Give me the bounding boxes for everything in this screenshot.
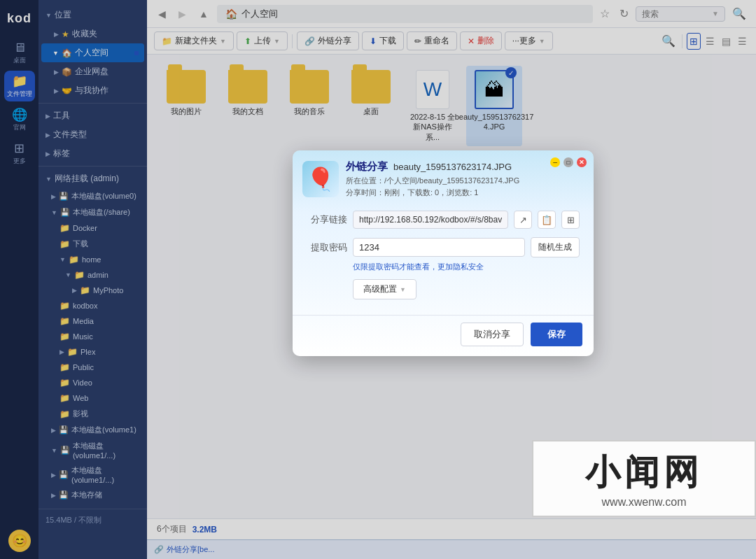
- password-input[interactable]: [353, 238, 525, 257]
- dialog-titlebar: 🎈 外链分享 beauty_1595137623174.JPG 所在位置：/个人…: [293, 150, 594, 204]
- dialog-location: 所在位置：/个人空间/beauty_1595137623174.JPG: [346, 176, 584, 186]
- watermark-url: www.xwenw.com: [602, 496, 687, 509]
- dialog-minimize-button[interactable]: ─: [550, 157, 560, 167]
- advanced-config-button[interactable]: 高级配置 ▼: [353, 279, 416, 299]
- watermark-text: 小闻网: [585, 449, 703, 496]
- watermark: 小闻网 www.xwenw.com: [532, 440, 756, 517]
- qrcode-button[interactable]: ⊞: [561, 211, 580, 229]
- save-button[interactable]: 保存: [531, 323, 582, 346]
- dialog-share-info: 分享时间：刚刚，下载数: 0，浏览数: 1: [346, 187, 584, 198]
- copy-link-button[interactable]: 📋: [538, 211, 556, 229]
- advanced-config-row: 高级配置 ▼: [353, 279, 580, 299]
- advanced-config-arrow: ▼: [400, 286, 406, 293]
- dialog-body: 分享链接 ↗ 📋 ⊞ 提取密码 随机生成 仅限提取密码才能查看，更加隐私安全 高…: [293, 204, 594, 315]
- dialog-maximize-button[interactable]: □: [564, 157, 573, 167]
- advanced-config-label: 高级配置: [363, 283, 397, 295]
- open-link-button[interactable]: ↗: [514, 211, 532, 229]
- password-row: 提取密码 随机生成: [307, 237, 580, 257]
- dialog-footer: 取消分享 保存: [293, 315, 594, 356]
- pwd-hint: 仅限提取密码才能查看，更加隐私安全: [353, 262, 580, 272]
- dialog-file-thumb: 🎈: [302, 161, 339, 197]
- cancel-share-button[interactable]: 取消分享: [461, 323, 524, 346]
- dialog-close-button[interactable]: ✕: [577, 157, 587, 167]
- share-dialog: 🎈 外链分享 beauty_1595137623174.JPG 所在位置：/个人…: [293, 150, 594, 356]
- share-link-input[interactable]: [353, 211, 508, 229]
- dialog-title-info: 外链分享 beauty_1595137623174.JPG 所在位置：/个人空间…: [346, 160, 584, 198]
- dialog-title-main: 外链分享: [346, 160, 388, 174]
- dialog-filename: beauty_1595137623174.JPG: [393, 162, 512, 172]
- random-pwd-button[interactable]: 随机生成: [531, 237, 580, 257]
- pwd-label: 提取密码: [307, 241, 347, 254]
- link-label: 分享链接: [307, 213, 347, 226]
- share-link-row: 分享链接 ↗ 📋 ⊞: [307, 211, 580, 229]
